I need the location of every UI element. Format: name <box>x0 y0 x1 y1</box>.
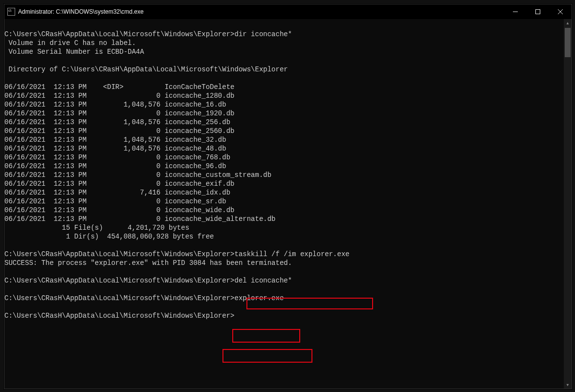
cmd-icon: c:\ <box>7 8 15 16</box>
dir-row: 06/16/2021 12:13 PM 0 iconcache_1920.db <box>4 109 234 117</box>
minimize-button[interactable] <box>504 4 527 19</box>
titlebar[interactable]: c:\ Administrator: C:\WINDOWS\system32\c… <box>4 4 572 19</box>
cmd-window: c:\ Administrator: C:\WINDOWS\system32\c… <box>4 4 572 389</box>
dir-row: 06/16/2021 12:13 PM 0 iconcache_1280.db <box>4 92 234 100</box>
terminal-output[interactable]: C:\Users\CRasH\AppData\Local\Microsoft\W… <box>4 21 563 320</box>
volume-line: Volume in drive C has no label. <box>4 39 136 47</box>
dir-row: 06/16/2021 12:13 PM 1,048,576 iconcache_… <box>4 101 226 109</box>
dir-row: 06/16/2021 12:13 PM 0 iconcache_96.db <box>4 162 226 170</box>
dir-summary-dirs: 1 Dir(s) 454,088,060,928 bytes free <box>4 233 214 240</box>
dir-row: 06/16/2021 12:13 PM <DIR> IconCacheToDel… <box>4 83 234 91</box>
dir-row: 06/16/2021 12:13 PM 0 iconcache_2560.db <box>4 127 234 135</box>
dir-row: 06/16/2021 12:13 PM 1,048,576 iconcache_… <box>4 136 226 144</box>
dir-row: 06/16/2021 12:13 PM 7,416 iconcache_idx.… <box>4 189 230 196</box>
prompt-line: C:\Users\CRasH\AppData\Local\Microsoft\W… <box>4 277 292 284</box>
titlebar-left: c:\ Administrator: C:\WINDOWS\system32\c… <box>4 8 144 16</box>
dir-row: 06/16/2021 12:13 PM 0 iconcache_wide.db <box>4 206 234 214</box>
dir-row: 06/16/2021 12:13 PM 0 iconcache_sr.db <box>4 197 226 205</box>
directory-of-line: Directory of C:\Users\CRasH\AppData\Loca… <box>4 65 288 73</box>
window-controls <box>504 4 572 19</box>
volume-serial-line: Volume Serial Number is ECBD-DA4A <box>4 48 144 56</box>
terminal-client-area[interactable]: C:\Users\CRasH\AppData\Local\Microsoft\W… <box>4 19 564 389</box>
dir-row: 06/16/2021 12:13 PM 0 iconcache_wide_alt… <box>4 215 276 223</box>
vertical-scrollbar[interactable]: ▲ ▼ <box>564 19 572 389</box>
dir-summary-files: 15 File(s) 4,201,720 bytes <box>4 224 189 232</box>
scroll-down-arrow-icon[interactable]: ▼ <box>564 381 572 389</box>
prompt-line: C:\Users\CRasH\AppData\Local\Microsoft\W… <box>4 30 292 38</box>
dir-row: 06/16/2021 12:13 PM 1,048,576 iconcache_… <box>4 118 230 126</box>
prompt-line: C:\Users\CRasH\AppData\Local\Microsoft\W… <box>4 294 284 302</box>
prompt-line: C:\Users\CRasH\AppData\Local\Microsoft\W… <box>4 250 350 258</box>
close-button[interactable] <box>549 4 572 19</box>
client-wrap: C:\Users\CRasH\AppData\Local\Microsoft\W… <box>4 19 572 389</box>
scroll-up-arrow-icon[interactable]: ▲ <box>564 19 572 27</box>
taskkill-result: SUCCESS: The process "explorer.exe" with… <box>4 259 292 267</box>
svg-rect-1 <box>536 10 540 14</box>
dir-row: 06/16/2021 12:13 PM 0 iconcache_exif.db <box>4 180 234 188</box>
scroll-thumb[interactable] <box>565 28 571 57</box>
window-title: Administrator: C:\WINDOWS\system32\cmd.e… <box>18 8 144 15</box>
dir-row: 06/16/2021 12:13 PM 0 iconcache_768.db <box>4 153 230 161</box>
prompt-line[interactable]: C:\Users\CRasH\AppData\Local\Microsoft\W… <box>4 312 234 320</box>
maximize-button[interactable] <box>527 4 549 19</box>
dir-row: 06/16/2021 12:13 PM 1,048,576 iconcache_… <box>4 145 226 152</box>
dir-row: 06/16/2021 12:13 PM 0 iconcache_custom_s… <box>4 171 271 179</box>
